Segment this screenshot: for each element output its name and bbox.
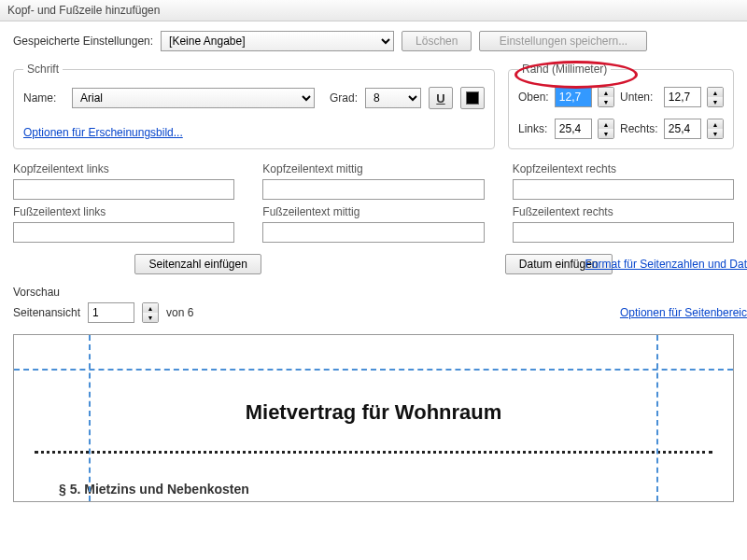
delete-button[interactable]: Löschen — [402, 31, 472, 51]
margin-group: Rand (Millimeter) Oben: ▲▼ Unten: ▲▼ Lin… — [508, 63, 734, 149]
footer-left-input[interactable] — [13, 222, 234, 243]
margin-right-label: Rechts: — [620, 122, 658, 135]
margin-top-label: Oben: — [518, 91, 549, 104]
footer-right-input[interactable] — [513, 222, 734, 243]
header-left-label: Kopfzeilentext links — [13, 162, 234, 175]
margin-top-spinner[interactable]: ▲▼ — [598, 87, 614, 107]
pageview-of: von 6 — [166, 306, 193, 319]
margin-bottom-input[interactable] — [664, 87, 701, 107]
save-settings-button[interactable]: Einstellungen speichern... — [479, 31, 647, 51]
doc-title: Mietvertrag für Wohnraum — [14, 400, 733, 425]
pageview-input[interactable] — [88, 302, 134, 323]
margin-right-input[interactable] — [664, 119, 701, 139]
window-title: Kopf- und Fußzeile hinzufügen — [0, 0, 747, 21]
saved-settings-label: Gespeicherte Einstellungen: — [13, 35, 153, 48]
margin-top-input[interactable] — [555, 87, 592, 107]
doc-section: § 5. Mietzins und Nebenkosten — [59, 482, 733, 497]
underline-button[interactable]: U — [429, 87, 453, 109]
insert-page-button[interactable]: Seitenzahl einfügen — [134, 254, 261, 274]
doc-line1: 1. Der Mietzins ohne Betriebskosten betr… — [81, 500, 733, 502]
preview-pane: Mietvertrag für Wohnraum § 5. Mietzins u… — [13, 334, 734, 502]
margin-bottom-spinner[interactable]: ▲▼ — [707, 87, 724, 107]
range-link[interactable]: Optionen für Seitenbereic — [620, 306, 747, 319]
font-name-select[interactable]: Arial — [72, 88, 315, 108]
footer-right-label: Fußzeilentext rechts — [513, 205, 734, 218]
margin-bottom-label: Unten: — [620, 91, 658, 104]
footer-center-input[interactable] — [262, 222, 484, 243]
appearance-link[interactable]: Optionen für Erscheinungsbild... — [23, 126, 183, 139]
header-left-input[interactable] — [13, 179, 234, 200]
saved-settings-select[interactable]: [Keine Angabe] — [161, 31, 394, 51]
header-right-input[interactable] — [513, 179, 734, 200]
pageview-spinner[interactable]: ▲▼ — [142, 302, 159, 323]
header-center-input[interactable] — [262, 179, 484, 200]
preview-label: Vorschau — [13, 286, 734, 299]
font-size-label: Grad: — [330, 91, 358, 105]
pageview-label: Seitenansicht — [13, 306, 80, 319]
margin-left-label: Links: — [518, 122, 549, 135]
font-name-label: Name: — [23, 91, 64, 105]
header-right-label: Kopfzeilentext rechts — [513, 162, 734, 175]
header-center-label: Kopfzeilentext mittig — [262, 162, 484, 175]
font-legend: Schrift — [23, 63, 63, 76]
highlight-ring — [514, 61, 638, 89]
font-group: Schrift Name: Arial Grad: 8 U Optionen f… — [13, 63, 495, 149]
format-link[interactable]: Format für Seitenzahlen und Dat — [585, 258, 747, 271]
footer-left-label: Fußzeilentext links — [13, 205, 234, 218]
font-size-select[interactable]: 8 — [365, 88, 421, 108]
footer-center-label: Fußzeilentext mittig — [262, 205, 484, 218]
margin-left-input[interactable] — [555, 119, 592, 139]
margin-right-spinner[interactable]: ▲▼ — [707, 119, 724, 139]
margin-left-spinner[interactable]: ▲▼ — [598, 119, 614, 139]
color-button[interactable] — [460, 87, 485, 109]
